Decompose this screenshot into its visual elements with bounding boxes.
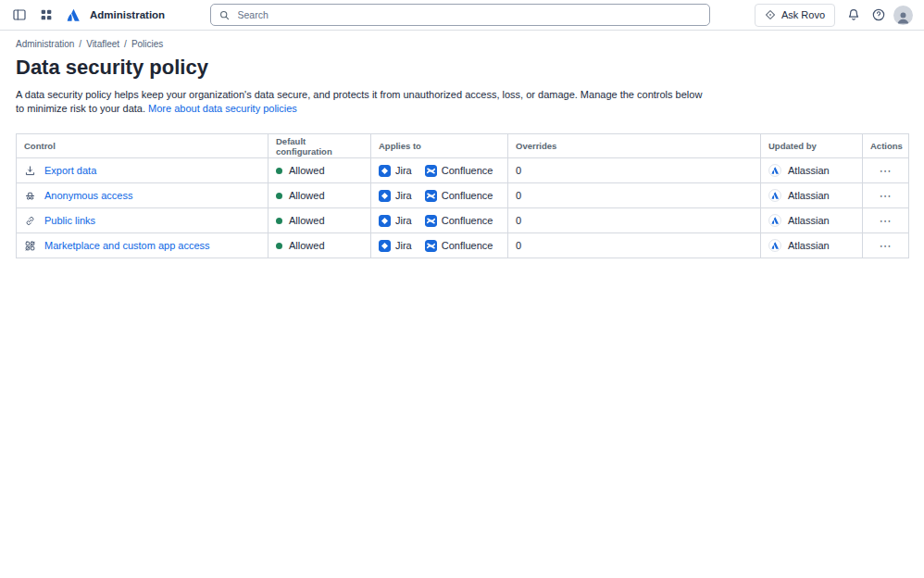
product-label: Jira (395, 215, 412, 226)
atlassian-logo-icon (65, 6, 81, 23)
product-label: Confluence (442, 240, 493, 251)
updated-by-label: Atlassian (788, 215, 830, 226)
updated-by-label: Atlassian (788, 165, 830, 176)
product-label: Jira (395, 165, 412, 176)
column-header-applies-to: Applies to (371, 134, 508, 158)
column-header-control: Control (17, 134, 268, 158)
anonymous-access-icon (24, 190, 36, 202)
more-actions-button[interactable]: ⋯ (872, 213, 900, 229)
help-button[interactable] (868, 5, 889, 25)
breadcrumb-link-policies[interactable]: Policies (131, 39, 163, 49)
breadcrumb-separator: / (79, 39, 81, 49)
jira-icon (379, 240, 391, 252)
export-data-icon (24, 165, 36, 177)
app-name: Administration (90, 9, 165, 20)
atlassian-avatar (768, 214, 781, 227)
page-description: A data security policy helps keep your o… (16, 88, 703, 115)
product-label: Confluence (442, 190, 493, 201)
confluence-icon (425, 190, 437, 202)
control-link[interactable]: Public links (44, 215, 95, 226)
table-row: Export data Allowed Jira Confluence 0 At… (17, 158, 909, 183)
search-box[interactable] (210, 4, 710, 26)
column-header-updated-by: Updated by (761, 134, 863, 158)
status-dot (276, 168, 282, 174)
help-icon (871, 7, 886, 22)
overrides-count: 0 (508, 158, 761, 183)
bell-icon (846, 7, 861, 22)
config-label: Allowed (289, 240, 325, 251)
table-row: Public links Allowed Jira Confluence 0 A… (17, 208, 909, 233)
profile-avatar[interactable] (893, 6, 913, 25)
avatar-person-icon (895, 9, 911, 25)
table-row: Anonymous access Allowed Jira Confluence… (17, 183, 909, 208)
confluence-icon (425, 165, 437, 177)
app-switcher-button[interactable] (36, 5, 56, 25)
main-content: Administration / Vitafleet / Policies Da… (0, 31, 924, 258)
jira-icon (379, 165, 391, 177)
control-link[interactable]: Export data (44, 165, 96, 176)
config-label: Allowed (289, 165, 325, 176)
atlassian-avatar (768, 189, 781, 202)
overrides-count: 0 (508, 233, 761, 258)
search-icon (219, 9, 231, 21)
public-links-icon (24, 215, 36, 227)
breadcrumb: Administration / Vitafleet / Policies (16, 39, 908, 49)
topbar: Administration Ask Rovo (0, 0, 924, 31)
ask-rovo-label: Ask Rovo (781, 9, 825, 20)
app-switcher-icon (39, 7, 54, 22)
notifications-button[interactable] (843, 5, 864, 25)
jira-icon (379, 215, 391, 227)
table-row: Marketplace and custom app access Allowe… (17, 233, 909, 258)
control-link[interactable]: Marketplace and custom app access (44, 240, 210, 251)
status-dot (276, 218, 282, 224)
product-label: Jira (395, 190, 412, 201)
ask-rovo-button[interactable]: Ask Rovo (755, 4, 835, 27)
atlassian-avatar (768, 239, 781, 252)
more-actions-button[interactable]: ⋯ (872, 238, 900, 254)
confluence-icon (425, 240, 437, 252)
status-dot (276, 243, 282, 249)
product-label: Confluence (442, 215, 493, 226)
atlassian-avatar (768, 164, 781, 177)
description-text: A data security policy helps keep your o… (16, 89, 702, 114)
page-title: Data security policy (16, 56, 908, 80)
product-label: Confluence (442, 165, 493, 176)
sidebar-toggle-icon (12, 7, 27, 22)
confluence-icon (425, 215, 437, 227)
control-link[interactable]: Anonymous access (44, 190, 132, 201)
column-header-actions: Actions (863, 134, 909, 158)
marketplace-apps-icon (24, 240, 36, 252)
overrides-count: 0 (508, 208, 761, 233)
updated-by-label: Atlassian (788, 240, 830, 251)
breadcrumb-separator: / (124, 39, 127, 49)
breadcrumb-link-vitafleet[interactable]: Vitafleet (86, 39, 119, 49)
learn-more-link[interactable]: More about data security policies (148, 103, 297, 114)
rovo-icon (765, 9, 776, 20)
topbar-left: Administration (0, 5, 165, 25)
config-label: Allowed (289, 215, 325, 226)
updated-by-label: Atlassian (788, 190, 830, 201)
topbar-center (165, 4, 755, 26)
more-actions-button[interactable]: ⋯ (872, 163, 900, 179)
more-actions-button[interactable]: ⋯ (872, 188, 900, 204)
overrides-count: 0 (508, 183, 761, 208)
policies-table: Control Default configuration Applies to… (16, 133, 909, 258)
sidebar-toggle-button[interactable] (9, 5, 30, 25)
search-input[interactable] (236, 8, 702, 21)
config-label: Allowed (289, 190, 325, 201)
column-header-overrides: Overrides (508, 134, 761, 158)
table-header-row: Control Default configuration Applies to… (17, 134, 909, 158)
jira-icon (379, 190, 391, 202)
topbar-right: Ask Rovo (755, 4, 924, 27)
breadcrumb-link-administration[interactable]: Administration (16, 39, 74, 49)
product-label: Jira (395, 240, 412, 251)
column-header-default-configuration: Default configuration (268, 134, 371, 158)
status-dot (276, 193, 282, 199)
